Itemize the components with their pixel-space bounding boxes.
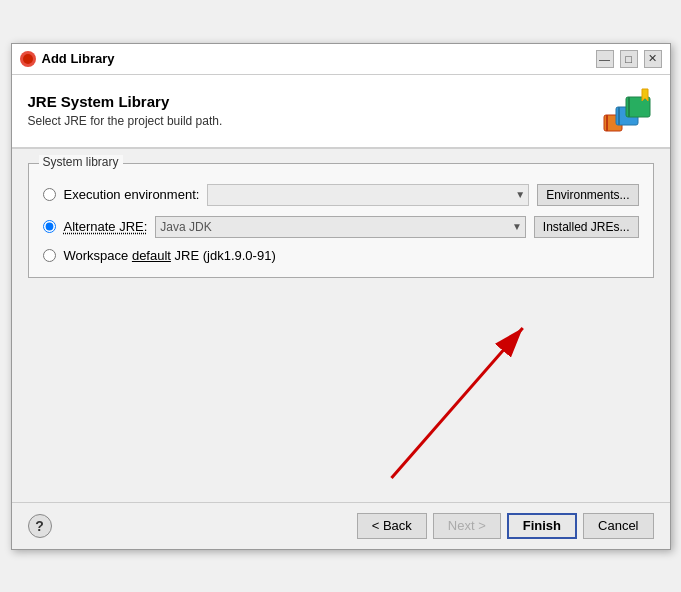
execution-environment-dropdown-wrapper: ▼ xyxy=(207,184,529,206)
footer-left: ? xyxy=(28,514,52,538)
dialog-subtitle: Select JRE for the project build path. xyxy=(28,114,223,128)
header-section: JRE System Library Select JRE for the pr… xyxy=(12,75,670,149)
help-button[interactable]: ? xyxy=(28,514,52,538)
group-label: System library xyxy=(39,155,123,169)
window-title: Add Library xyxy=(42,51,115,66)
header-text: JRE System Library Select JRE for the pr… xyxy=(28,93,223,128)
svg-rect-6 xyxy=(628,97,630,117)
svg-rect-2 xyxy=(606,115,608,131)
installed-jres-button[interactable]: Installed JREs... xyxy=(534,216,639,238)
footer-right: < Back Next > Finish Cancel xyxy=(357,513,654,539)
title-bar-controls: — □ ✕ xyxy=(596,50,662,68)
dialog-title: JRE System Library xyxy=(28,93,223,110)
finish-button[interactable]: Finish xyxy=(507,513,577,539)
footer: ? < Back Next > Finish Cancel xyxy=(12,502,670,549)
title-bar: Add Library — □ ✕ xyxy=(12,44,670,75)
alternate-jre-dropdown[interactable]: Java JDK xyxy=(155,216,525,238)
system-library-group: System library Execution environment: ▼ … xyxy=(28,163,654,278)
svg-point-0 xyxy=(23,54,33,64)
execution-environment-dropdown[interactable] xyxy=(207,184,529,206)
content-area: System library Execution environment: ▼ … xyxy=(12,149,670,502)
main-content: System library Execution environment: ▼ … xyxy=(12,149,670,502)
svg-line-9 xyxy=(391,328,522,478)
title-bar-left: Add Library xyxy=(20,51,115,67)
close-button[interactable]: ✕ xyxy=(644,50,662,68)
arrow-area xyxy=(28,288,654,488)
execution-environment-row: Execution environment: ▼ Environments... xyxy=(43,184,639,206)
annotation-arrow xyxy=(28,288,654,488)
add-library-window: Add Library — □ ✕ JRE System Library Sel… xyxy=(11,43,671,550)
execution-environment-radio[interactable] xyxy=(43,188,56,201)
workspace-default-label[interactable]: Workspace default JRE (jdk1.9.0-91) xyxy=(64,248,276,263)
back-button[interactable]: < Back xyxy=(357,513,427,539)
cancel-button[interactable]: Cancel xyxy=(583,513,653,539)
minimize-button[interactable]: — xyxy=(596,50,614,68)
workspace-default-row: Workspace default JRE (jdk1.9.0-91) xyxy=(43,248,639,263)
alternate-jre-row: Alternate JRE: Java JDK ▼ Installed JREs… xyxy=(43,216,639,238)
execution-environment-label[interactable]: Execution environment: xyxy=(64,187,200,202)
alternate-jre-label[interactable]: Alternate JRE: xyxy=(64,219,148,234)
workspace-default-radio[interactable] xyxy=(43,249,56,262)
alternate-jre-radio[interactable] xyxy=(43,220,56,233)
svg-rect-4 xyxy=(618,107,620,125)
environments-button[interactable]: Environments... xyxy=(537,184,638,206)
app-icon xyxy=(20,51,36,67)
next-button[interactable]: Next > xyxy=(433,513,501,539)
books-icon xyxy=(602,87,654,135)
maximize-button[interactable]: □ xyxy=(620,50,638,68)
alternate-jre-dropdown-wrapper: Java JDK ▼ xyxy=(155,216,525,238)
